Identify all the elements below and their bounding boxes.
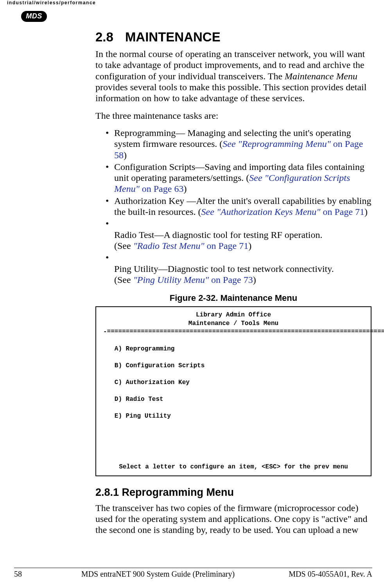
intro-paragraph: In the normal course of operating an tra… [95, 48, 371, 104]
figure-caption: Figure 2-32. Maintenance Menu [95, 293, 371, 303]
maintenance-menu-name: Maintenance Menu [285, 71, 357, 81]
section-heading: 2.8MAINTENANCE [95, 30, 371, 45]
terminal-item-e: E) Ping Utility [115, 413, 171, 420]
subsection-body: The transceiver has two copies of the fi… [95, 502, 371, 536]
task-ref-page[interactable]: on Page 63 [140, 184, 184, 194]
terminal-item-a: A) Reprogramming [115, 345, 175, 352]
task-ref-page[interactable]: on Page 71 [205, 241, 249, 251]
footer-doc-title: MDS entraNET 900 System Guide (Prelimina… [45, 570, 271, 579]
task-close: ) [364, 207, 368, 217]
document-page: industrial/wireless/performance MDS 2.8M… [0, 0, 384, 588]
section-title: MAINTENANCE [125, 30, 221, 44]
header-tagline: industrial/wireless/performance [7, 0, 96, 5]
task-reprogramming: Reprogramming— Managing and selecting th… [114, 127, 371, 161]
subsection-number: 2.8.1 [95, 486, 119, 498]
logo-wrap: MDS [21, 11, 47, 22]
task-ref-link[interactable]: "Radio Test Menu" [133, 241, 205, 251]
task-ref-page[interactable]: on Page 71 [320, 207, 364, 217]
terminal-item-c: C) Authorization Key [115, 379, 190, 386]
main-content: 2.8MAINTENANCE In the normal course of o… [95, 23, 371, 542]
footer-page-number: 58 [14, 570, 45, 579]
intro-text-2: provides several tools to make this poss… [95, 82, 366, 103]
mds-logo: MDS [21, 11, 47, 22]
task-close: ) [183, 184, 187, 194]
task-auth-key: Authorization Key —Alter the unit's over… [114, 195, 371, 218]
terminal-title-1: Library Admin Office [103, 311, 364, 320]
terminal-title-2: Maintenance / Tools Menu [103, 320, 364, 328]
task-ref-link[interactable]: "Ping Utility Menu" [133, 275, 209, 285]
task-config-scripts: Configuration Scripts—Saving and importi… [114, 161, 371, 195]
tasks-lead: The three maintenance tasks are: [95, 110, 371, 121]
subsection-title: Reprogramming Menu [122, 486, 234, 498]
tasks-list: Reprogramming— Managing and selecting th… [95, 127, 371, 285]
section-number: 2.8 [95, 30, 113, 45]
terminal-item-b: B) Configuration Scripts [115, 362, 205, 369]
task-ref-link[interactable]: See "Reprogramming Menu" [223, 139, 331, 149]
task-close: ) [248, 241, 251, 251]
terminal-figure: Library Admin OfficeMaintenance / Tools … [95, 306, 371, 476]
task-ref-link[interactable]: See "Authorization Keys Menu" [201, 207, 321, 217]
terminal-rule: -=======================================… [103, 328, 364, 336]
task-radio-test: Radio Test—A diagnostic tool for testing… [114, 218, 371, 251]
terminal-item-d: D) Radio Test [115, 396, 163, 403]
page-footer: 58 MDS entraNET 900 System Guide (Prelim… [14, 568, 372, 579]
terminal-prompt: Select a letter to configure an item, <E… [103, 463, 364, 472]
task-close: ) [124, 150, 127, 160]
subsection-heading: 2.8.1 Reprogramming Menu [95, 486, 371, 499]
task-ping-utility: Ping Utility—Diagnostic tool to test net… [114, 252, 371, 285]
task-ref-page[interactable]: on Page 73 [209, 275, 253, 285]
task-close: ) [253, 275, 256, 285]
footer-doc-rev: MDS 05-4055A01, Rev. A [271, 570, 372, 579]
